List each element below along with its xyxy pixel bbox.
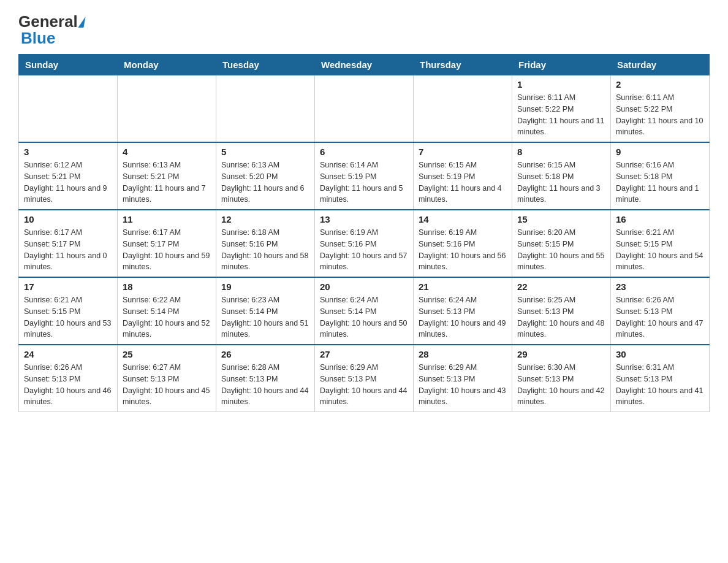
day-info: Sunrise: 6:22 AMSunset: 5:14 PMDaylight:… — [123, 294, 211, 340]
day-info: Sunrise: 6:29 AMSunset: 5:13 PMDaylight:… — [419, 362, 507, 408]
calendar-cell: 29Sunrise: 6:30 AMSunset: 5:13 PMDayligh… — [512, 345, 611, 412]
day-info: Sunrise: 6:12 AMSunset: 5:21 PMDaylight:… — [24, 159, 112, 205]
day-info: Sunrise: 6:21 AMSunset: 5:15 PMDaylight:… — [24, 294, 112, 340]
calendar-cell: 12Sunrise: 6:18 AMSunset: 5:16 PMDayligh… — [216, 210, 315, 277]
day-info: Sunrise: 6:31 AMSunset: 5:13 PMDaylight:… — [616, 362, 704, 408]
day-info: Sunrise: 6:30 AMSunset: 5:13 PMDaylight:… — [517, 362, 605, 408]
calendar-cell — [19, 75, 118, 143]
day-info: Sunrise: 6:23 AMSunset: 5:14 PMDaylight:… — [221, 294, 309, 340]
day-number: 11 — [123, 214, 211, 224]
calendar-week-1: 1Sunrise: 6:11 AMSunset: 5:22 PMDaylight… — [19, 75, 710, 143]
day-info: Sunrise: 6:27 AMSunset: 5:13 PMDaylight:… — [123, 362, 211, 408]
day-info: Sunrise: 6:28 AMSunset: 5:13 PMDaylight:… — [221, 362, 309, 408]
day-number: 19 — [221, 282, 309, 292]
day-number: 22 — [517, 282, 605, 292]
calendar-cell: 4Sunrise: 6:13 AMSunset: 5:21 PMDaylight… — [118, 142, 216, 210]
calendar-cell: 23Sunrise: 6:26 AMSunset: 5:13 PMDayligh… — [611, 277, 710, 345]
calendar-cell: 8Sunrise: 6:15 AMSunset: 5:18 PMDaylight… — [512, 142, 611, 210]
weekday-header-tuesday: Tuesday — [216, 55, 315, 75]
calendar-cell: 7Sunrise: 6:15 AMSunset: 5:19 PMDaylight… — [414, 142, 512, 210]
day-info: Sunrise: 6:24 AMSunset: 5:13 PMDaylight:… — [419, 294, 507, 340]
calendar-cell: 21Sunrise: 6:24 AMSunset: 5:13 PMDayligh… — [414, 277, 512, 345]
day-number: 3 — [24, 147, 112, 157]
calendar-week-3: 10Sunrise: 6:17 AMSunset: 5:17 PMDayligh… — [19, 210, 710, 277]
day-number: 28 — [419, 349, 507, 359]
calendar-cell: 19Sunrise: 6:23 AMSunset: 5:14 PMDayligh… — [216, 277, 315, 345]
day-info: Sunrise: 6:19 AMSunset: 5:16 PMDaylight:… — [419, 227, 507, 273]
calendar-cell — [118, 75, 216, 143]
logo-triangle-icon — [78, 17, 85, 28]
day-number: 20 — [320, 282, 408, 292]
calendar-cell: 14Sunrise: 6:19 AMSunset: 5:16 PMDayligh… — [414, 210, 512, 277]
day-number: 29 — [517, 349, 605, 359]
calendar-cell: 27Sunrise: 6:29 AMSunset: 5:13 PMDayligh… — [315, 345, 414, 412]
calendar-week-2: 3Sunrise: 6:12 AMSunset: 5:21 PMDaylight… — [19, 142, 710, 210]
day-info: Sunrise: 6:16 AMSunset: 5:18 PMDaylight:… — [616, 159, 704, 205]
day-info: Sunrise: 6:14 AMSunset: 5:19 PMDaylight:… — [320, 159, 408, 205]
page-header: General Blue — [18, 12, 710, 48]
calendar-cell: 6Sunrise: 6:14 AMSunset: 5:19 PMDaylight… — [315, 142, 414, 210]
calendar-cell: 1Sunrise: 6:11 AMSunset: 5:22 PMDaylight… — [512, 75, 611, 143]
calendar-cell: 9Sunrise: 6:16 AMSunset: 5:18 PMDaylight… — [611, 142, 710, 210]
day-info: Sunrise: 6:20 AMSunset: 5:15 PMDaylight:… — [517, 227, 605, 273]
weekday-header-friday: Friday — [512, 55, 611, 75]
day-number: 23 — [616, 282, 704, 292]
calendar-cell: 18Sunrise: 6:22 AMSunset: 5:14 PMDayligh… — [118, 277, 216, 345]
calendar-cell: 3Sunrise: 6:12 AMSunset: 5:21 PMDaylight… — [19, 142, 118, 210]
calendar-cell: 17Sunrise: 6:21 AMSunset: 5:15 PMDayligh… — [19, 277, 118, 345]
day-info: Sunrise: 6:15 AMSunset: 5:18 PMDaylight:… — [517, 159, 605, 205]
day-number: 14 — [419, 214, 507, 224]
day-info: Sunrise: 6:21 AMSunset: 5:15 PMDaylight:… — [616, 227, 704, 273]
day-number: 26 — [221, 349, 309, 359]
day-info: Sunrise: 6:11 AMSunset: 5:22 PMDaylight:… — [517, 92, 605, 138]
calendar-cell: 24Sunrise: 6:26 AMSunset: 5:13 PMDayligh… — [19, 345, 118, 412]
calendar-cell: 15Sunrise: 6:20 AMSunset: 5:15 PMDayligh… — [512, 210, 611, 277]
day-number: 12 — [221, 214, 309, 224]
day-number: 2 — [616, 79, 704, 90]
calendar-cell: 22Sunrise: 6:25 AMSunset: 5:13 PMDayligh… — [512, 277, 611, 345]
day-number: 25 — [123, 349, 211, 359]
day-number: 7 — [419, 147, 507, 157]
day-number: 1 — [517, 79, 605, 90]
calendar-cell: 16Sunrise: 6:21 AMSunset: 5:15 PMDayligh… — [611, 210, 710, 277]
day-number: 17 — [24, 282, 112, 292]
day-number: 5 — [221, 147, 309, 157]
day-info: Sunrise: 6:19 AMSunset: 5:16 PMDaylight:… — [320, 227, 408, 273]
weekday-header-monday: Monday — [118, 55, 216, 75]
weekday-header-wednesday: Wednesday — [315, 55, 414, 75]
calendar-cell — [315, 75, 414, 143]
day-info: Sunrise: 6:11 AMSunset: 5:22 PMDaylight:… — [616, 92, 704, 138]
calendar-cell: 25Sunrise: 6:27 AMSunset: 5:13 PMDayligh… — [118, 345, 216, 412]
day-info: Sunrise: 6:26 AMSunset: 5:13 PMDaylight:… — [24, 362, 112, 408]
logo-blue-text: Blue — [21, 29, 55, 48]
day-number: 4 — [123, 147, 211, 157]
day-number: 13 — [320, 214, 408, 224]
day-info: Sunrise: 6:29 AMSunset: 5:13 PMDaylight:… — [320, 362, 408, 408]
calendar-table: SundayMondayTuesdayWednesdayThursdayFrid… — [18, 54, 710, 412]
calendar-cell: 10Sunrise: 6:17 AMSunset: 5:17 PMDayligh… — [19, 210, 118, 277]
day-info: Sunrise: 6:18 AMSunset: 5:16 PMDaylight:… — [221, 227, 309, 273]
weekday-header-thursday: Thursday — [414, 55, 512, 75]
calendar-cell: 13Sunrise: 6:19 AMSunset: 5:16 PMDayligh… — [315, 210, 414, 277]
weekday-header-row: SundayMondayTuesdayWednesdayThursdayFrid… — [19, 55, 710, 75]
day-number: 8 — [517, 147, 605, 157]
day-number: 21 — [419, 282, 507, 292]
day-number: 18 — [123, 282, 211, 292]
day-info: Sunrise: 6:15 AMSunset: 5:19 PMDaylight:… — [419, 159, 507, 205]
day-number: 27 — [320, 349, 408, 359]
day-info: Sunrise: 6:17 AMSunset: 5:17 PMDaylight:… — [24, 227, 112, 273]
calendar-week-4: 17Sunrise: 6:21 AMSunset: 5:15 PMDayligh… — [19, 277, 710, 345]
logo: General Blue — [18, 12, 85, 48]
day-info: Sunrise: 6:24 AMSunset: 5:14 PMDaylight:… — [320, 294, 408, 340]
calendar-cell: 5Sunrise: 6:13 AMSunset: 5:20 PMDaylight… — [216, 142, 315, 210]
calendar-cell: 20Sunrise: 6:24 AMSunset: 5:14 PMDayligh… — [315, 277, 414, 345]
calendar-cell — [216, 75, 315, 143]
day-number: 30 — [616, 349, 704, 359]
day-info: Sunrise: 6:13 AMSunset: 5:21 PMDaylight:… — [123, 159, 211, 205]
day-number: 15 — [517, 214, 605, 224]
day-number: 24 — [24, 349, 112, 359]
day-number: 9 — [616, 147, 704, 157]
day-info: Sunrise: 6:25 AMSunset: 5:13 PMDaylight:… — [517, 294, 605, 340]
calendar-cell: 26Sunrise: 6:28 AMSunset: 5:13 PMDayligh… — [216, 345, 315, 412]
day-number: 6 — [320, 147, 408, 157]
